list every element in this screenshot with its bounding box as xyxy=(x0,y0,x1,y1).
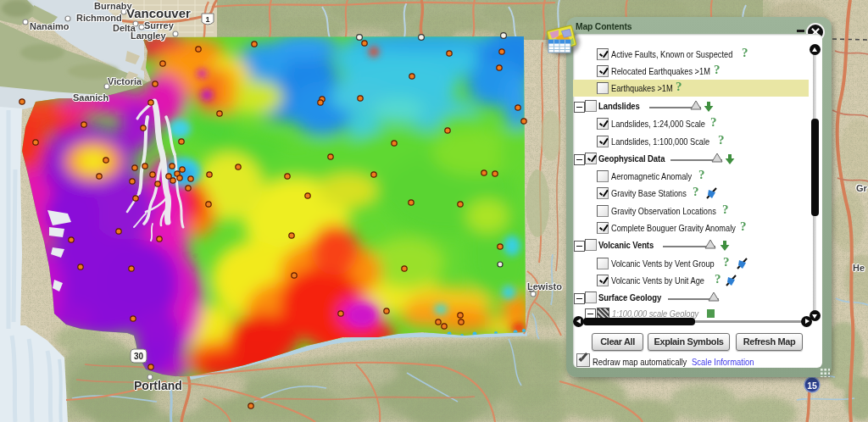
svg-text:1: 1 xyxy=(205,15,209,24)
svg-text:15: 15 xyxy=(807,380,817,391)
svg-text:30: 30 xyxy=(134,352,144,361)
